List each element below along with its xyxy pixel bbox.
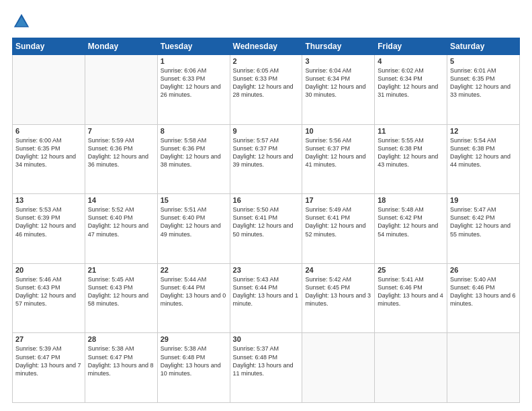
calendar-cell: 29Sunrise: 5:38 AM Sunset: 6:48 PM Dayli…: [157, 333, 230, 403]
calendar-cell: 22Sunrise: 5:44 AM Sunset: 6:44 PM Dayli…: [157, 263, 230, 333]
calendar-cell: 4Sunrise: 6:02 AM Sunset: 6:34 PM Daylig…: [375, 55, 447, 125]
calendar-cell: 8Sunrise: 5:58 AM Sunset: 6:36 PM Daylig…: [157, 124, 230, 194]
day-info: Sunrise: 5:56 AM Sunset: 6:37 PM Dayligh…: [305, 136, 371, 169]
calendar-cell: 23Sunrise: 5:43 AM Sunset: 6:44 PM Dayli…: [230, 263, 302, 333]
day-info: Sunrise: 5:47 AM Sunset: 6:42 PM Dayligh…: [450, 205, 517, 238]
day-info: Sunrise: 6:05 AM Sunset: 6:33 PM Dayligh…: [233, 66, 300, 99]
calendar-cell: 6Sunrise: 6:00 AM Sunset: 6:35 PM Daylig…: [13, 124, 85, 194]
logo-icon: [12, 12, 31, 31]
day-info: Sunrise: 6:00 AM Sunset: 6:35 PM Dayligh…: [15, 136, 82, 169]
day-info: Sunrise: 5:42 AM Sunset: 6:45 PM Dayligh…: [305, 275, 371, 308]
day-number: 6: [15, 127, 82, 135]
day-number: 9: [233, 127, 300, 135]
day-number: 30: [233, 335, 300, 343]
header-cell-friday: Friday: [375, 38, 447, 55]
day-number: 23: [233, 266, 300, 274]
day-number: 7: [88, 127, 154, 135]
header-cell-saturday: Saturday: [447, 38, 520, 55]
day-info: Sunrise: 6:06 AM Sunset: 6:33 PM Dayligh…: [161, 66, 227, 99]
day-number: 11: [378, 127, 444, 135]
calendar-cell: 26Sunrise: 5:40 AM Sunset: 6:46 PM Dayli…: [447, 263, 520, 333]
calendar-cell: 20Sunrise: 5:46 AM Sunset: 6:43 PM Dayli…: [13, 263, 85, 333]
day-number: 26: [450, 266, 517, 274]
page: SundayMondayTuesdayWednesdayThursdayFrid…: [0, 0, 532, 411]
day-number: 5: [450, 57, 517, 65]
day-number: 20: [15, 266, 82, 274]
calendar-cell: [375, 333, 447, 403]
calendar-week-3: 13Sunrise: 5:53 AM Sunset: 6:39 PM Dayli…: [13, 194, 520, 264]
logo: [12, 12, 34, 31]
day-info: Sunrise: 5:54 AM Sunset: 6:38 PM Dayligh…: [450, 136, 517, 169]
calendar-week-1: 1Sunrise: 6:06 AM Sunset: 6:33 PM Daylig…: [13, 55, 520, 125]
day-number: 1: [161, 57, 227, 65]
calendar-cell: 17Sunrise: 5:49 AM Sunset: 6:41 PM Dayli…: [302, 194, 375, 264]
day-number: 16: [233, 196, 300, 204]
calendar-cell: 12Sunrise: 5:54 AM Sunset: 6:38 PM Dayli…: [447, 124, 520, 194]
day-number: 3: [305, 57, 371, 65]
header-cell-monday: Monday: [85, 38, 157, 55]
day-number: 18: [378, 196, 444, 204]
calendar-cell: [13, 55, 85, 125]
day-number: 10: [305, 127, 371, 135]
day-info: Sunrise: 5:51 AM Sunset: 6:40 PM Dayligh…: [161, 205, 227, 238]
day-info: Sunrise: 5:53 AM Sunset: 6:39 PM Dayligh…: [15, 205, 82, 238]
calendar-cell: 27Sunrise: 5:39 AM Sunset: 6:47 PM Dayli…: [13, 333, 85, 403]
calendar-cell: [302, 333, 375, 403]
day-number: 19: [450, 196, 517, 204]
day-info: Sunrise: 5:41 AM Sunset: 6:46 PM Dayligh…: [378, 275, 444, 308]
day-number: 15: [161, 196, 227, 204]
calendar-cell: 11Sunrise: 5:55 AM Sunset: 6:38 PM Dayli…: [375, 124, 447, 194]
day-info: Sunrise: 5:57 AM Sunset: 6:37 PM Dayligh…: [233, 136, 300, 169]
day-info: Sunrise: 6:01 AM Sunset: 6:35 PM Dayligh…: [450, 66, 517, 99]
header-cell-wednesday: Wednesday: [230, 38, 302, 55]
calendar-cell: 24Sunrise: 5:42 AM Sunset: 6:45 PM Dayli…: [302, 263, 375, 333]
calendar-cell: 9Sunrise: 5:57 AM Sunset: 6:37 PM Daylig…: [230, 124, 302, 194]
day-number: 12: [450, 127, 517, 135]
calendar-cell: [447, 333, 520, 403]
day-info: Sunrise: 5:58 AM Sunset: 6:36 PM Dayligh…: [161, 136, 227, 169]
day-info: Sunrise: 6:04 AM Sunset: 6:34 PM Dayligh…: [305, 66, 371, 99]
calendar-table: SundayMondayTuesdayWednesdayThursdayFrid…: [12, 38, 520, 403]
day-number: 22: [161, 266, 227, 274]
calendar-cell: 25Sunrise: 5:41 AM Sunset: 6:46 PM Dayli…: [375, 263, 447, 333]
day-info: Sunrise: 6:02 AM Sunset: 6:34 PM Dayligh…: [378, 66, 444, 99]
calendar-cell: 1Sunrise: 6:06 AM Sunset: 6:33 PM Daylig…: [157, 55, 230, 125]
day-info: Sunrise: 5:37 AM Sunset: 6:48 PM Dayligh…: [233, 345, 300, 377]
day-number: 25: [378, 266, 444, 274]
header: [12, 12, 520, 31]
day-number: 2: [233, 57, 300, 65]
calendar-cell: 5Sunrise: 6:01 AM Sunset: 6:35 PM Daylig…: [447, 55, 520, 125]
calendar-cell: 3Sunrise: 6:04 AM Sunset: 6:34 PM Daylig…: [302, 55, 375, 125]
day-info: Sunrise: 5:50 AM Sunset: 6:41 PM Dayligh…: [233, 205, 300, 238]
day-number: 24: [305, 266, 371, 274]
header-cell-sunday: Sunday: [13, 38, 85, 55]
day-number: 28: [88, 335, 154, 343]
calendar-cell: 16Sunrise: 5:50 AM Sunset: 6:41 PM Dayli…: [230, 194, 302, 264]
calendar-cell: 18Sunrise: 5:48 AM Sunset: 6:42 PM Dayli…: [375, 194, 447, 264]
calendar-cell: 7Sunrise: 5:59 AM Sunset: 6:36 PM Daylig…: [85, 124, 157, 194]
calendar-cell: 13Sunrise: 5:53 AM Sunset: 6:39 PM Dayli…: [13, 194, 85, 264]
day-info: Sunrise: 5:49 AM Sunset: 6:41 PM Dayligh…: [305, 205, 371, 238]
day-number: 14: [88, 196, 154, 204]
day-number: 21: [88, 266, 154, 274]
header-cell-tuesday: Tuesday: [157, 38, 230, 55]
day-number: 13: [15, 196, 82, 204]
header-cell-thursday: Thursday: [302, 38, 375, 55]
day-info: Sunrise: 5:40 AM Sunset: 6:46 PM Dayligh…: [450, 275, 517, 308]
day-info: Sunrise: 5:52 AM Sunset: 6:40 PM Dayligh…: [88, 205, 154, 238]
calendar-week-2: 6Sunrise: 6:00 AM Sunset: 6:35 PM Daylig…: [13, 124, 520, 194]
day-info: Sunrise: 5:38 AM Sunset: 6:47 PM Dayligh…: [88, 345, 154, 377]
day-info: Sunrise: 5:46 AM Sunset: 6:43 PM Dayligh…: [15, 275, 82, 308]
calendar-cell: 10Sunrise: 5:56 AM Sunset: 6:37 PM Dayli…: [302, 124, 375, 194]
day-number: 8: [161, 127, 227, 135]
day-info: Sunrise: 5:59 AM Sunset: 6:36 PM Dayligh…: [88, 136, 154, 169]
day-info: Sunrise: 5:38 AM Sunset: 6:48 PM Dayligh…: [161, 345, 227, 377]
calendar-week-4: 20Sunrise: 5:46 AM Sunset: 6:43 PM Dayli…: [13, 263, 520, 333]
calendar-cell: 30Sunrise: 5:37 AM Sunset: 6:48 PM Dayli…: [230, 333, 302, 403]
calendar-cell: 15Sunrise: 5:51 AM Sunset: 6:40 PM Dayli…: [157, 194, 230, 264]
day-info: Sunrise: 5:44 AM Sunset: 6:44 PM Dayligh…: [161, 275, 227, 308]
calendar-cell: [85, 55, 157, 125]
calendar-cell: 19Sunrise: 5:47 AM Sunset: 6:42 PM Dayli…: [447, 194, 520, 264]
day-info: Sunrise: 5:45 AM Sunset: 6:43 PM Dayligh…: [88, 275, 154, 308]
day-number: 27: [15, 335, 82, 343]
